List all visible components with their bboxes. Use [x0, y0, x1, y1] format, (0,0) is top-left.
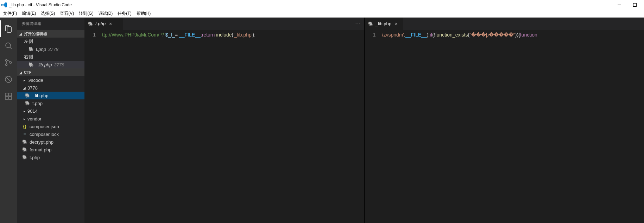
file-lib-php[interactable]: 🐘_lib.php	[17, 92, 84, 99]
folder-9014[interactable]: ▸9014	[17, 107, 84, 115]
json-icon: {}	[22, 124, 27, 129]
chevron-down-icon: ◢	[18, 71, 23, 74]
php-icon: 🐘	[28, 47, 34, 52]
svg-rect-10	[9, 93, 12, 96]
php-icon: 🐘	[25, 93, 30, 98]
open-editors-header[interactable]: ◢ 打开的编辑器	[17, 30, 84, 38]
editor-group-right[interactable]: 右侧	[17, 53, 84, 61]
svg-point-4	[6, 60, 7, 61]
svg-point-6	[10, 62, 12, 64]
tab-t-php[interactable]: 🐘 t.php ×	[84, 18, 123, 30]
titlebar: _lib.php - ctf - Visual Studio Code	[0, 0, 644, 10]
php-icon: 🐘	[25, 101, 30, 106]
menu-help[interactable]: 帮助(H)	[134, 11, 153, 17]
activity-extensions[interactable]	[0, 88, 17, 105]
chevron-right-icon: ▸	[22, 78, 27, 82]
menu-go[interactable]: 转到(G)	[76, 11, 96, 17]
php-icon: 🐘	[368, 21, 373, 26]
menubar: 文件(F) 编辑(E) 选择(S) 查看(V) 转到(G) 调试(D) 任务(T…	[0, 10, 644, 18]
activity-bar	[0, 18, 17, 223]
tabs-left: 🐘 t.php × ⋯	[84, 18, 364, 30]
svg-rect-12	[9, 97, 12, 99]
folder-vendor[interactable]: ▸vendor	[17, 115, 84, 123]
line-number: 1	[84, 32, 96, 38]
tabs-right: 🐘 _lib.php ×	[365, 18, 644, 30]
open-editor-left-file[interactable]: 🐘 t.php 3778	[17, 45, 84, 53]
code-area-left[interactable]: 1 ttp://Www.PHPJiaMi.Com/ */ $_f_= __FIL…	[84, 30, 364, 223]
svg-rect-1	[633, 4, 637, 7]
activity-debug[interactable]	[0, 71, 17, 88]
menu-file[interactable]: 文件(F)	[1, 11, 19, 17]
menu-edit[interactable]: 编辑(E)	[19, 11, 38, 17]
code-area-right[interactable]: 1 /zvspndm',__FILE__);if(!function_exist…	[365, 30, 644, 223]
svg-rect-9	[5, 93, 8, 96]
chevron-right-icon: ▸	[22, 117, 27, 121]
php-icon: 🐘	[22, 147, 27, 152]
svg-point-2	[6, 43, 11, 48]
minimize-button[interactable]	[612, 0, 627, 10]
menu-view[interactable]: 查看(V)	[57, 11, 76, 17]
php-icon: 🐘	[88, 21, 93, 26]
tab-actions-left[interactable]: ⋯	[352, 18, 364, 30]
maximize-button[interactable]	[627, 0, 643, 10]
activity-explorer[interactable]	[0, 20, 17, 37]
folder-vscode[interactable]: ▸.vscode	[17, 76, 84, 84]
svg-point-5	[6, 64, 7, 66]
php-icon: 🐘	[22, 139, 27, 144]
minimap-left[interactable]	[343, 32, 364, 223]
chevron-down-icon: ◢	[22, 86, 27, 90]
menu-task[interactable]: 任务(T)	[115, 11, 134, 17]
svg-line-3	[10, 47, 12, 49]
menu-debug[interactable]: 调试(D)	[96, 11, 115, 17]
chevron-right-icon: ▸	[22, 109, 27, 113]
file-t-php[interactable]: 🐘t.php	[17, 99, 84, 107]
line-number: 1	[365, 32, 376, 38]
file-format-php[interactable]: 🐘format.php	[17, 146, 84, 153]
file-decrypt-php[interactable]: 🐘decrypt.php	[17, 138, 84, 146]
tab-lib-php[interactable]: 🐘 _lib.php ×	[365, 18, 403, 30]
svg-rect-11	[5, 97, 8, 99]
php-icon: 🐘	[28, 62, 34, 67]
vscode-icon	[1, 2, 7, 8]
chevron-down-icon: ◢	[18, 32, 23, 36]
editor-pane-left: 🐘 t.php × ⋯ 1 ttp://Www.PHPJiaMi.Com/ */…	[84, 18, 364, 223]
editor-group-left[interactable]: 左侧	[17, 38, 84, 45]
php-icon: 🐘	[22, 155, 27, 160]
close-icon[interactable]: ×	[109, 21, 112, 27]
editor-area: 🐘 t.php × ⋯ 1 ttp://Www.PHPJiaMi.Com/ */…	[84, 18, 644, 223]
file-composer-json[interactable]: {}composer.json	[17, 123, 84, 130]
editor-pane-right: 🐘 _lib.php × 1 /zvspndm',__FILE__);if(!f…	[364, 18, 644, 223]
workspace-header[interactable]: ◢ CTF	[17, 68, 84, 76]
code-line: /zvspndm',__FILE__);if(!function_exists(…	[382, 32, 644, 38]
menu-select[interactable]: 选择(S)	[38, 11, 57, 17]
file-composer-lock[interactable]: ≡composer.lock	[17, 130, 84, 138]
activity-scm[interactable]	[0, 54, 17, 71]
explorer-title: 资源管理器	[17, 18, 84, 30]
code-line: ttp://Www.PHPJiaMi.Com/ */ $_f_= __FILE_…	[102, 32, 343, 38]
folder-3778[interactable]: ◢3778	[17, 84, 84, 92]
svg-line-8	[6, 77, 11, 82]
explorer-sidebar: 资源管理器 ◢ 打开的编辑器 左侧 🐘 t.php 3778 右侧 🐘 _lib…	[17, 18, 84, 223]
close-icon[interactable]: ×	[395, 21, 398, 27]
window-title: _lib.php - ctf - Visual Studio Code	[9, 2, 72, 7]
file-root-t-php[interactable]: 🐘t.php	[17, 153, 84, 161]
activity-search[interactable]	[0, 37, 17, 54]
open-editor-right-file[interactable]: 🐘 _lib.php 3778	[17, 61, 84, 68]
file-icon: ≡	[22, 132, 27, 137]
